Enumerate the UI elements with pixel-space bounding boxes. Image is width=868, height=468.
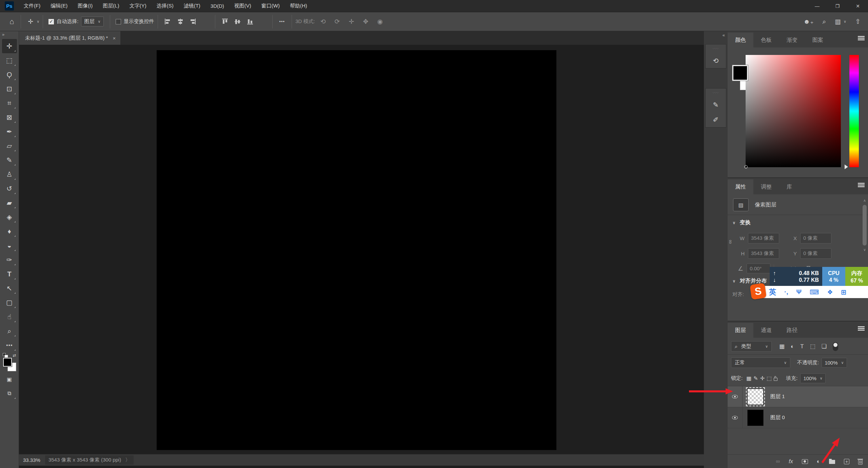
filter-pixel-layer-icon[interactable]: ▦ [779, 343, 785, 350]
properties-tab-属性[interactable]: 属性 [728, 179, 753, 194]
distribute-v-icon[interactable] [260, 19, 265, 24]
ime-mic-icon[interactable]: Ψ [796, 288, 802, 296]
edit-toolbar[interactable]: ⋯ [2, 338, 17, 352]
search-icon[interactable]: ⌕ [822, 18, 826, 25]
rotation-angle-field[interactable]: 0.00° [747, 264, 770, 273]
filter-shape-layer-icon[interactable]: ⬚ [810, 343, 815, 350]
lock-artboard-icon[interactable]: ⬚ [767, 375, 772, 382]
properties-panel-menu-icon[interactable] [858, 182, 865, 189]
layer-row[interactable]: 图层 0 [728, 407, 868, 428]
workspace-chevron-icon[interactable]: ∨ [844, 19, 846, 24]
align-right-icon[interactable] [190, 19, 196, 24]
saturation-brightness-field[interactable] [746, 55, 841, 167]
pen-tool[interactable]: ✑ [2, 253, 17, 267]
marquee-tool[interactable]: ⬚ [2, 53, 17, 67]
restore-button[interactable]: ❐ [827, 0, 848, 12]
menu-文件[interactable]: 文件(F) [19, 0, 45, 12]
collapse-strip-icon[interactable]: « [723, 33, 725, 38]
layers-tab-图层[interactable]: 图层 [728, 323, 753, 338]
sogou-logo[interactable]: S [750, 283, 767, 300]
healing-brush-tool[interactable]: ▱ [2, 139, 17, 153]
share-image-icon[interactable]: ☻₊ [803, 18, 813, 25]
align-left-icon[interactable] [165, 19, 171, 24]
crop-tool[interactable]: ⌗ [2, 96, 17, 110]
menu-滤镜[interactable]: 滤镜(T) [179, 0, 205, 12]
lock-pixels-icon[interactable]: ✎ [753, 375, 758, 382]
menu-文字[interactable]: 文字(Y) [124, 0, 152, 12]
foreground-color-swatch[interactable] [3, 358, 12, 367]
eyedropper-tool[interactable]: ✒ [2, 124, 17, 139]
auto-select-target-dropdown[interactable]: 图层 ∨ [81, 17, 103, 26]
link-dimensions-icon[interactable]: ∞ [727, 240, 734, 244]
align-top-icon[interactable] [222, 19, 228, 24]
quick-mask-button[interactable]: ▣ [2, 372, 17, 386]
color-field-marker[interactable] [744, 165, 748, 169]
frame-tool[interactable]: ⊠ [2, 110, 17, 124]
filter-type-dropdown[interactable]: ⌕ 类型 ∨ [731, 341, 772, 352]
blur-tool[interactable]: ♦ [2, 224, 17, 238]
menu-图像[interactable]: 图像(I) [73, 0, 98, 12]
ime-skin-icon[interactable]: ❖ [827, 288, 833, 296]
filter-adjustment-layer-icon[interactable]: ◐ [791, 343, 794, 350]
lock-all-icon[interactable] [774, 378, 777, 381]
document-size-status[interactable]: 3543 像素 x 3543 像素 (300 ppi) 〉 [45, 455, 134, 465]
swap-colors-icon[interactable]: ⇄ [13, 353, 16, 358]
hand-tool[interactable]: ☝ [2, 310, 17, 324]
ime-toolbox-icon[interactable]: ⊞ [841, 288, 846, 296]
default-colors-icon[interactable] [3, 353, 6, 356]
color-tab-渐变[interactable]: 渐变 [779, 33, 805, 47]
layer-thumbnail[interactable] [747, 410, 764, 426]
type-tool[interactable]: T [2, 267, 17, 281]
y-field[interactable]: 0 像素 [800, 248, 831, 259]
more-options-icon[interactable]: ••• [276, 19, 289, 24]
ime-punctuation-icon[interactable]: ·, [784, 288, 788, 296]
eye-icon[interactable] [732, 416, 738, 420]
tool-preset-chevron-icon[interactable]: ∨ [37, 19, 39, 24]
layers-panel-menu-icon[interactable] [858, 326, 865, 333]
menu-选择[interactable]: 选择(S) [152, 0, 179, 12]
canvas-image[interactable] [157, 50, 556, 450]
brush-tool[interactable]: ✎ [2, 153, 17, 167]
toolbar-expand-icon[interactable]: » [0, 31, 6, 39]
opacity-field[interactable]: 100%∨ [822, 358, 847, 368]
clone-stamp-tool[interactable]: ♙ [2, 167, 17, 181]
zoom-level-field[interactable]: 33.33% [23, 457, 40, 463]
layers-tab-通道[interactable]: 通道 [753, 323, 779, 338]
new-group-icon[interactable] [829, 460, 835, 464]
link-layers-icon[interactable]: ∞ [776, 458, 780, 465]
new-layer-icon[interactable]: + [844, 459, 849, 464]
x-field[interactable]: 0 像素 [800, 233, 831, 243]
properties-scrollbar[interactable]: ∧∨ [862, 198, 867, 317]
filter-type-layer-icon[interactable]: T [800, 343, 804, 350]
hue-slider[interactable] [849, 55, 859, 167]
rectangle-tool[interactable]: ▢ [2, 295, 17, 310]
eye-icon[interactable] [732, 395, 738, 398]
layer-effects-icon[interactable]: fx [789, 459, 793, 465]
minimize-button[interactable]: — [807, 0, 827, 12]
lock-transparent-icon[interactable]: ▦ [746, 375, 751, 382]
distribute-h-icon[interactable] [202, 19, 208, 24]
history-brush-tool[interactable]: ↺ [2, 181, 17, 196]
brushes-panel-icon[interactable]: ✐ [713, 116, 719, 124]
scrollbar-thumb[interactable] [863, 205, 867, 246]
height-field[interactable]: 3543 像素 [748, 248, 779, 259]
align-bottom-icon[interactable] [247, 19, 253, 24]
visibility-cell[interactable] [728, 407, 743, 428]
hue-slider-handle[interactable] [845, 164, 848, 169]
menu-窗口[interactable]: 窗口(W) [256, 0, 285, 12]
layer-thumbnail[interactable] [747, 389, 764, 405]
screen-mode-button[interactable]: ⧉ [2, 386, 17, 401]
properties-tab-库[interactable]: 库 [779, 179, 800, 194]
show-transform-checkbox[interactable] [116, 19, 121, 24]
align-center-h-icon[interactable] [177, 19, 183, 24]
menu-视图[interactable]: 视图(V) [229, 0, 256, 12]
path-selection-tool[interactable]: ↖ [2, 281, 17, 295]
canvas-pasteboard[interactable] [19, 45, 704, 454]
foreground-color-swatch[interactable] [732, 65, 748, 81]
move-tool[interactable]: ✛ [2, 39, 17, 53]
transform-section-header[interactable]: ∨ 变换 [728, 215, 868, 228]
close-document-icon[interactable]: × [113, 35, 116, 41]
history-panel-icon[interactable]: ⟲ [713, 57, 719, 65]
ime-keyboard-icon[interactable]: ⌨ [810, 288, 819, 296]
color-tab-颜色[interactable]: 颜色 [728, 33, 753, 47]
